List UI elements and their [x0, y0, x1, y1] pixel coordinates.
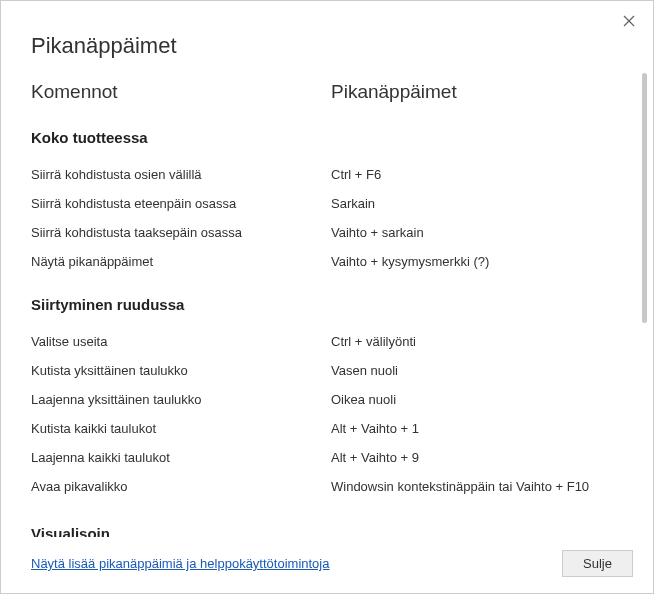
shortcut-text: Vasen nuoli — [331, 363, 623, 378]
section-heading: Siirtyminen ruudussa — [31, 296, 623, 313]
command-text: Siirrä kohdistusta taaksepäin osassa — [31, 225, 331, 240]
shortcut-row: Laajenna yksittäinen taulukkoOikea nuoli — [31, 385, 623, 414]
command-text: Siirrä kohdistusta osien välillä — [31, 167, 331, 182]
section-heading-partial: Visualisoin — [31, 525, 623, 537]
column-headers: Komennot Pikanäppäimet — [31, 81, 623, 129]
command-text: Siirrä kohdistusta eteenpäin osassa — [31, 196, 331, 211]
shortcut-text: Sarkain — [331, 196, 623, 211]
shortcuts-column-header: Pikanäppäimet — [331, 81, 623, 103]
shortcut-row: Siirrä kohdistusta eteenpäin osassaSarka… — [31, 189, 623, 218]
shortcut-text: Vaihto + kysymysmerkki (?) — [331, 254, 623, 269]
close-footer-button[interactable]: Sulje — [562, 550, 633, 577]
shortcut-text: Vaihto + sarkain — [331, 225, 623, 240]
commands-column-header: Komennot — [31, 81, 331, 103]
shortcut-text: Oikea nuoli — [331, 392, 623, 407]
shortcut-row: Kutista yksittäinen taulukkoVasen nuoli — [31, 356, 623, 385]
shortcut-text: Ctrl + välilyönti — [331, 334, 623, 349]
more-shortcuts-link[interactable]: Näytä lisää pikanäppäimiä ja helppokäytt… — [31, 556, 329, 571]
shortcut-row: Siirrä kohdistusta taaksepäin osassaVaih… — [31, 218, 623, 247]
command-text: Avaa pikavalikko — [31, 479, 331, 494]
shortcut-row: Siirrä kohdistusta osien välilläCtrl + F… — [31, 160, 623, 189]
command-text: Näytä pikanäppäimet — [31, 254, 331, 269]
shortcut-text: Windowsin kontekstinäppäin tai Vaihto + … — [331, 479, 623, 494]
shortcut-row: Näytä pikanäppäimetVaihto + kysymysmerkk… — [31, 247, 623, 276]
command-text: Kutista yksittäinen taulukko — [31, 363, 331, 378]
dialog-footer: Näytä lisää pikanäppäimiä ja helppokäytt… — [1, 539, 653, 593]
section-heading: Koko tuotteessa — [31, 129, 623, 146]
command-text: Kutista kaikki taulukot — [31, 421, 331, 436]
shortcut-text: Alt + Vaihto + 9 — [331, 450, 623, 465]
shortcuts-list: Koko tuotteessaSiirrä kohdistusta osien … — [31, 129, 623, 501]
shortcut-row: Laajenna kaikki taulukotAlt + Vaihto + 9 — [31, 443, 623, 472]
shortcut-text: Alt + Vaihto + 1 — [331, 421, 623, 436]
shortcut-row: Kutista kaikki taulukotAlt + Vaihto + 1 — [31, 414, 623, 443]
shortcut-text: Ctrl + F6 — [331, 167, 623, 182]
dialog-title: Pikanäppäimet — [31, 33, 623, 59]
scrollbar[interactable] — [642, 73, 647, 323]
command-text: Laajenna kaikki taulukot — [31, 450, 331, 465]
command-text: Laajenna yksittäinen taulukko — [31, 392, 331, 407]
shortcut-row: Avaa pikavalikkoWindowsin kontekstinäppä… — [31, 472, 623, 501]
shortcut-row: Valitse useitaCtrl + välilyönti — [31, 327, 623, 356]
dialog-content: Pikanäppäimet Komennot Pikanäppäimet Kok… — [1, 1, 653, 539]
command-text: Valitse useita — [31, 334, 331, 349]
